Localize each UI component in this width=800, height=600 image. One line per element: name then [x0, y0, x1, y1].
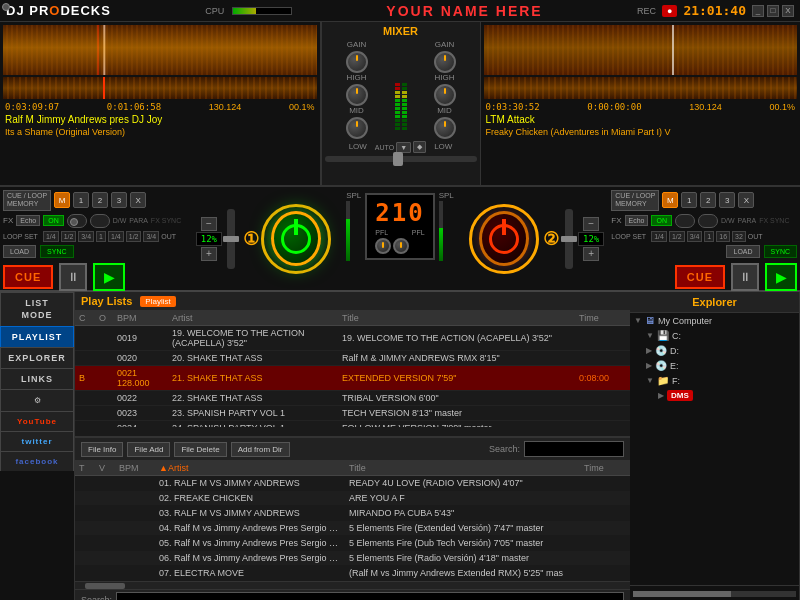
loop-btn-1-2[interactable]: 1/2 [61, 231, 77, 242]
deck2-loop-btn-32[interactable]: 32 [732, 231, 746, 242]
list-mode-btn[interactable]: LISTMODE [0, 292, 74, 326]
add-from-dir-btn[interactable]: Add from Dir [231, 442, 290, 457]
deck2-fx-knob1[interactable] [675, 214, 695, 228]
deck2-pitch-minus[interactable]: − [583, 217, 599, 231]
rec-button[interactable]: ● [662, 5, 677, 17]
drive-e-item[interactable]: ▶ 💿 E: [630, 358, 799, 373]
deck1-fx-knob2[interactable] [90, 214, 110, 228]
deck2-fx-echo[interactable]: Echo [625, 215, 649, 226]
deck1-pitch-plus[interactable]: + [201, 247, 217, 261]
file-row[interactable]: 06. Ralf M vs Jimmy Andrews Pres Sergio … [75, 551, 630, 566]
playlist-row[interactable]: 0019 19. WELCOME TO THE ACTION (ACAPELLA… [75, 326, 630, 351]
facebook-btn[interactable]: facebook [0, 451, 74, 471]
deck1-fx-on[interactable]: ON [43, 215, 64, 226]
deck2-sync-btn[interactable]: SYNC [764, 245, 797, 258]
deck1-sync-btn[interactable]: SYNC [40, 245, 73, 258]
deck1-btn3[interactable]: 3 [111, 192, 127, 208]
deck1-btnx[interactable]: X [130, 192, 146, 208]
youtube-btn[interactable]: YouTube [0, 411, 74, 431]
deck1-fx-knob1[interactable] [67, 214, 87, 228]
drive-c-item[interactable]: ▼ 💾 C: [630, 328, 799, 343]
deck1-m-btn[interactable]: M [54, 192, 70, 208]
deck2-btn2[interactable]: 2 [700, 192, 716, 208]
file-info-btn[interactable]: File Info [81, 442, 123, 457]
maximize-button[interactable]: □ [767, 5, 779, 17]
playlist-btn[interactable]: PLAYLIST [0, 326, 74, 347]
scrollbar-thumb[interactable] [85, 583, 125, 589]
deck1-load-btn[interactable]: LOAD [3, 245, 36, 258]
mid-knob-l[interactable] [346, 117, 368, 139]
file-table-scroll[interactable]: T V BPM ▲Artist Title Time 01. RALF M VS… [75, 461, 630, 581]
my-computer-item[interactable]: ▼ 🖥 My Computer [630, 313, 799, 328]
auto-btn[interactable]: ▼ [396, 142, 411, 153]
deck2-loop-btn-3-4[interactable]: 3/4 [687, 231, 703, 242]
deck1-waveform-small[interactable] [3, 77, 317, 99]
deck1-power-btn[interactable] [271, 211, 321, 266]
gain-knob-r[interactable] [434, 51, 456, 73]
deck2-jog-wheel[interactable] [469, 204, 539, 274]
links-btn[interactable]: LINKS [0, 368, 74, 389]
playlist-row[interactable]: 0023 23. SPANISH PARTY VOL 1 TECH VERSIO… [75, 406, 630, 421]
deck2-play-btn[interactable]: ▶ [765, 263, 797, 291]
deck2-waveform-small[interactable] [484, 77, 798, 99]
deck2-loop-btn-16[interactable]: 16 [716, 231, 730, 242]
fcol-artist[interactable]: ▲Artist [155, 461, 345, 476]
explorer-btn[interactable]: EXPLORER [0, 347, 74, 368]
file-add-btn[interactable]: File Add [127, 442, 170, 457]
deck2-fx-on[interactable]: ON [651, 215, 672, 226]
pfl-knob-l[interactable] [375, 238, 391, 254]
file-row[interactable]: 07. ELECTRA MOVE (Ralf M vs Jimmy Andrew… [75, 566, 630, 581]
file-row[interactable]: 04. Ralf M vs Jimmy Andrews Pres Sergio … [75, 521, 630, 536]
loop-btn-3-4[interactable]: 3/4 [78, 231, 94, 242]
high-knob-l[interactable] [346, 84, 368, 106]
close-button[interactable]: X [782, 5, 794, 17]
deck2-waveform[interactable] [484, 25, 798, 75]
deck1-pitch-minus[interactable]: − [201, 217, 217, 231]
bottom-search-input[interactable] [116, 592, 624, 600]
deck2-btn1[interactable]: 1 [681, 192, 697, 208]
deck2-btn3[interactable]: 3 [719, 192, 735, 208]
file-delete-btn[interactable]: File Delete [174, 442, 226, 457]
high-knob-r[interactable] [434, 84, 456, 106]
pfl-knob-r[interactable] [393, 238, 409, 254]
file-row[interactable]: 01. RALF M VS JIMMY ANDREWS READY 4U LOV… [75, 476, 630, 491]
loop-btn-1-2b[interactable]: 1/2 [126, 231, 142, 242]
file-row[interactable]: 05. Ralf M vs Jimmy Andrews Pres Sergio … [75, 536, 630, 551]
mid-knob-r[interactable] [434, 117, 456, 139]
deck1-cue-btn[interactable]: CUE [3, 265, 53, 289]
search-input[interactable] [524, 441, 624, 457]
playlist-row[interactable]: 0020 20. SHAKE THAT ASS Ralf M & JIMMY A… [75, 351, 630, 366]
deck2-loop-btn-1-4[interactable]: 1/4 [651, 231, 667, 242]
deck1-pause-btn[interactable]: ⏸ [59, 263, 87, 291]
file-row[interactable]: 03. RALF M VS JIMMY ANDREWS MIRANDO PA C… [75, 506, 630, 521]
file-row[interactable]: 02. FREAKE CHICKEN ARE YOU A F [75, 491, 630, 506]
deck1-jog-wheel[interactable] [261, 204, 331, 274]
deck2-pause-btn[interactable]: ⏸ [731, 263, 759, 291]
gain-knob-l[interactable] [346, 51, 368, 73]
deck2-loop-btn-1[interactable]: 1 [704, 231, 714, 242]
crossfader[interactable] [325, 156, 477, 162]
loop-btn-3-4b[interactable]: 3/4 [143, 231, 159, 242]
explorer-scroll[interactable]: ▼ 🖥 My Computer ▼ 💾 C: ▶ 💿 D: ▶ 💿 E: ▼ [630, 313, 799, 585]
deck2-load-btn[interactable]: LOAD [726, 245, 759, 258]
deck2-m-btn[interactable]: M [662, 192, 678, 208]
gear-icon[interactable]: ⚙ [0, 389, 74, 411]
deck2-pitch-plus[interactable]: + [583, 247, 599, 261]
deck2-pitch-slider[interactable] [565, 209, 573, 269]
playlist-row[interactable]: 0022 22. SHAKE THAT ASS TRIBAL VERSION 6… [75, 391, 630, 406]
twitter-btn[interactable]: twitter [0, 431, 74, 451]
scrollbar-h[interactable] [75, 581, 630, 589]
deck2-fx-knob2[interactable] [698, 214, 718, 228]
playlist-scroll[interactable]: C O BPM Artist Title Time 0019 19. WELCO… [75, 311, 630, 427]
loop-btn-1[interactable]: 1 [96, 231, 106, 242]
playlist-row[interactable]: B 0021128.000 21. SHAKE THAT ASS EXTENDE… [75, 366, 630, 391]
deck1-btn2[interactable]: 2 [92, 192, 108, 208]
deck2-power-btn[interactable] [479, 211, 529, 266]
playlist-row[interactable]: 0024 24. SPANISH PARTY VOL 1 FOLLOW ME V… [75, 421, 630, 428]
deck1-fx-echo[interactable]: Echo [16, 215, 40, 226]
deck1-pitch-slider[interactable] [227, 209, 235, 269]
mixer-mode-btn[interactable]: ◆ [413, 141, 426, 153]
loop-btn-1-4[interactable]: 1/4 [43, 231, 59, 242]
deck1-play-btn[interactable]: ▶ [93, 263, 125, 291]
dms-folder-item[interactable]: ▶ DMS [630, 388, 799, 403]
